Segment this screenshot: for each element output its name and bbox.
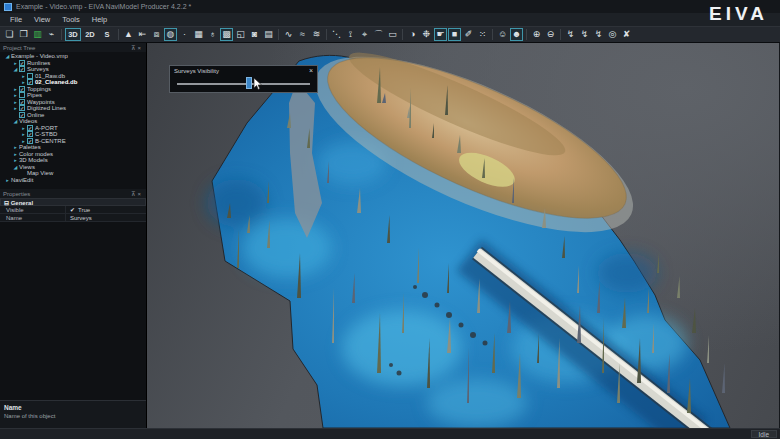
tree-checkbox[interactable]: ✓ [27, 125, 33, 131]
menu-view[interactable]: View [28, 14, 56, 25]
tree-checkbox[interactable]: ✓ [19, 66, 25, 72]
menu-file[interactable]: File [4, 14, 28, 25]
waypoint-query-button[interactable]: ⌖ [358, 28, 371, 41]
mouse-cursor [253, 77, 263, 91]
profile-graph-2-button[interactable]: ≈ [296, 28, 309, 41]
tree-checkbox[interactable]: ✓ [19, 105, 25, 111]
orbit-cube-icon: ⧈ [154, 28, 160, 41]
waypoint-pin-button[interactable]: ⟟ [344, 28, 357, 41]
smiley-accept-button[interactable]: ☺ [496, 28, 509, 41]
clean-bolt-1-button[interactable]: ↯ [564, 28, 577, 41]
property-checkbox[interactable]: ✔ [70, 206, 75, 214]
menu-help[interactable]: Help [86, 14, 113, 25]
properties-header: Properties ⊼× [0, 189, 146, 198]
chevron-open-icon[interactable]: ◢ [12, 118, 19, 125]
loop-tool-button[interactable]: ◎ [606, 28, 619, 41]
property-value: ✔True [66, 206, 146, 213]
menu-tools[interactable]: Tools [56, 14, 86, 25]
point-add-button[interactable]: ⊕ [530, 28, 543, 41]
view-s-button[interactable]: S [99, 28, 115, 41]
chevron-open-icon[interactable]: ◢ [12, 164, 19, 171]
rect-select-button[interactable]: ▭ [386, 28, 399, 41]
property-value-text: Surveys [70, 214, 92, 222]
surveys-visibility-dialog: Surveys Visibility × [169, 65, 318, 93]
route-nodes-button[interactable]: ⋱ [330, 28, 343, 41]
toolbar-separator [560, 29, 561, 40]
tree-checkbox[interactable]: ✓ [27, 79, 33, 85]
pin-delete-button[interactable]: ✘ [620, 28, 633, 41]
pan-view-button[interactable]: ⇤ [136, 28, 149, 41]
save-button[interactable]: ▥ [31, 28, 44, 41]
spike [722, 363, 725, 393]
surface-grid-icon: ▩ [222, 28, 231, 41]
close-icon[interactable]: × [137, 45, 143, 51]
visibility-slider[interactable] [177, 82, 310, 86]
fill-square-button[interactable]: ■ [448, 28, 461, 41]
clean-bolt-3-button[interactable]: ↯ [592, 28, 605, 41]
scatter-points-button[interactable]: ⁙ [476, 28, 489, 41]
smiley-reject-button[interactable]: ☻ [510, 28, 523, 41]
plug-connect-icon: ⌁ [49, 28, 54, 41]
tree-checkbox[interactable]: ✓ [19, 99, 25, 105]
profile-window-button[interactable]: ◱ [234, 28, 247, 41]
pin-delete-icon: ✘ [623, 28, 631, 41]
profile-graph-2-icon: ≈ [300, 28, 305, 41]
point-remove-button[interactable]: ⊖ [544, 28, 557, 41]
tree-checkbox[interactable]: ✓ [27, 131, 33, 137]
dropdown-more-button[interactable]: · [178, 28, 191, 41]
view-3d-button[interactable]: 3D [65, 28, 81, 41]
slider-handle[interactable] [246, 77, 252, 89]
property-row-name[interactable]: NameSurveys [0, 214, 146, 222]
dialog-title-bar[interactable]: Surveys Visibility × [170, 66, 317, 74]
profile-graph-3-icon: ≋ [313, 28, 321, 41]
chevron-closed-icon[interactable]: ▸ [4, 177, 11, 184]
tree-checkbox[interactable]: ✓ [19, 112, 25, 118]
project-tree-title: Project Tree [3, 45, 35, 51]
chevron-open-icon[interactable]: ◢ [12, 66, 19, 73]
view-3d-icon: 3D [68, 28, 78, 41]
chevron-open-icon[interactable]: ◢ [4, 53, 11, 60]
contrast-button[interactable]: ◑ [406, 28, 419, 41]
tree-checkbox[interactable]: ✓ [19, 86, 25, 92]
profile-graph-1-button[interactable]: ∿ [282, 28, 295, 41]
new-file-button[interactable]: ❏ [3, 28, 16, 41]
snapshot-camera-button[interactable]: ◙ [248, 28, 261, 41]
diver-helmet-button[interactable]: ◍ [164, 28, 177, 41]
geo-map-button[interactable]: ♁ [206, 28, 219, 41]
tree-checkbox[interactable] [27, 73, 33, 79]
slider-track[interactable] [177, 83, 310, 85]
grid-button[interactable]: ▦ [192, 28, 205, 41]
spike [677, 276, 680, 298]
tree-item-naviedit[interactable]: ▸NaviEdit [2, 177, 146, 184]
property-description: Name Name of this object [0, 400, 146, 428]
profile-graph-3-button[interactable]: ≋ [310, 28, 323, 41]
chevron-closed-icon[interactable]: ▸ [20, 79, 27, 86]
loop-tool-icon: ◎ [609, 28, 617, 41]
tree-checkbox[interactable]: ✓ [19, 60, 25, 66]
tree-checkbox[interactable]: ✓ [27, 138, 33, 144]
north-pointer-button[interactable]: ▲ [122, 28, 135, 41]
clean-bolt-2-button[interactable]: ↯ [578, 28, 591, 41]
application-window: Example - Video.vmp - EIVA NaviModel Pro… [0, 0, 780, 439]
close-icon[interactable]: × [137, 191, 143, 197]
arc-curve-button[interactable]: ⌒ [372, 28, 385, 41]
plug-connect-button[interactable]: ⌁ [45, 28, 58, 41]
viewport-3d[interactable]: Surveys Visibility × [147, 43, 779, 428]
window-title: Example - Video.vmp - EIVA NaviModel Pro… [16, 3, 191, 10]
view-2d-button[interactable]: 2D [82, 28, 98, 41]
open-folder-button[interactable]: ❒ [17, 28, 30, 41]
ruler-button[interactable]: ▤ [262, 28, 275, 41]
hand-pick-button[interactable]: ☛ [434, 28, 447, 41]
tree-checkbox[interactable] [19, 92, 25, 98]
dialog-close-icon[interactable]: × [309, 68, 313, 74]
color-palette-button[interactable]: ❉ [420, 28, 433, 41]
property-label: Name [0, 214, 66, 221]
project-tree: ◢Example - Video.vmp▸✓Runlines◢✓Surveys▸… [0, 52, 146, 183]
seabed-scene [147, 43, 779, 428]
surface-grid-button[interactable]: ▩ [220, 28, 233, 41]
toolbar-separator [61, 29, 62, 40]
spray-brush-button[interactable]: ✐ [462, 28, 475, 41]
rect-select-icon: ▭ [388, 28, 397, 41]
chevron-closed-icon[interactable]: ▸ [12, 105, 19, 112]
orbit-cube-button[interactable]: ⧈ [150, 28, 163, 41]
